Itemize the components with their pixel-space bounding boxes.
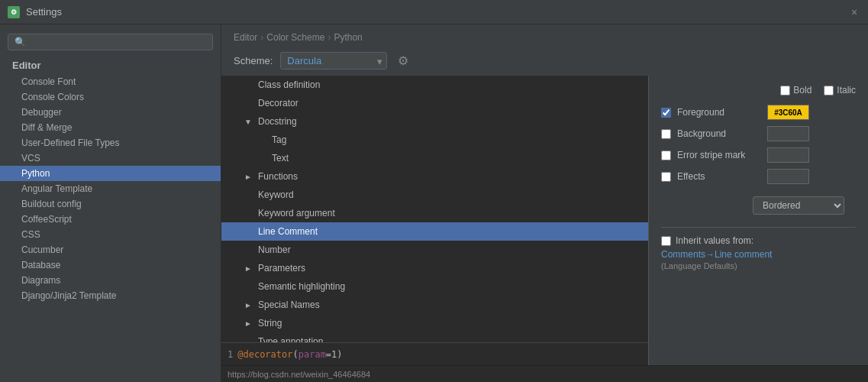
scheme-label: Scheme: xyxy=(234,55,273,66)
color-scheme-panel: Class definition Decorator ▼ Docstring xyxy=(221,76,649,365)
inherit-label: Inherit values from: xyxy=(676,235,753,246)
gear-button[interactable]: ⚙ xyxy=(395,52,411,70)
scheme-item-parameters[interactable]: ► Parameters xyxy=(221,259,648,277)
close-button[interactable]: × xyxy=(848,6,860,18)
main-content: 🔍 Editor Console Font Console Colors Deb… xyxy=(0,24,868,382)
scheme-item-class-def[interactable]: Class definition xyxy=(221,76,648,94)
effects-row: Effects xyxy=(661,169,856,184)
window-title: Settings xyxy=(26,6,848,18)
effects-dropdown-row: Bordered Underline Bold underline Strike… xyxy=(753,190,856,215)
sidebar-item-diff-merge[interactable]: Diff & Merge xyxy=(0,120,221,135)
scheme-item-docstring[interactable]: ▼ Docstring xyxy=(221,112,648,131)
sidebar: 🔍 Editor Console Font Console Colors Deb… xyxy=(0,24,221,382)
sidebar-item-cucumber[interactable]: Cucumber xyxy=(0,242,221,257)
title-bar: ⚙ Settings × xyxy=(0,0,868,24)
inherit-link[interactable]: Comments→Line comment xyxy=(661,249,856,260)
background-checkbox[interactable] xyxy=(661,129,671,139)
sidebar-item-python[interactable]: Python xyxy=(0,166,221,181)
editor-area: Class definition Decorator ▼ Docstring xyxy=(221,76,868,365)
scheme-item-keyword[interactable]: Keyword xyxy=(221,186,648,204)
scheme-item-keyword-arg[interactable]: Keyword argument xyxy=(221,204,648,222)
scheme-item-decorator[interactable]: Decorator xyxy=(221,94,648,112)
inherit-sub: (Language Defaults) xyxy=(661,261,856,270)
sidebar-item-console-colors[interactable]: Console Colors xyxy=(0,89,221,105)
italic-checkbox[interactable] xyxy=(824,86,834,96)
settings-window: ⚙ Settings × 🔍 Editor Console Font Conso… xyxy=(0,0,868,382)
foreground-row: Foreground #3C60A xyxy=(661,105,856,120)
search-input[interactable] xyxy=(29,37,206,47)
bold-checkbox[interactable] xyxy=(780,86,790,96)
italic-label: Italic xyxy=(837,85,856,96)
breadcrumb: Editor › Color Scheme › Python xyxy=(221,24,868,49)
sidebar-item-django[interactable]: Django/Jinja2 Template xyxy=(0,288,221,303)
scheme-item-semantic[interactable]: Semantic highlighting xyxy=(221,277,648,296)
code-equals: =1) xyxy=(326,349,343,360)
foreground-label: Foreground xyxy=(677,107,761,118)
scheme-item-text[interactable]: Text xyxy=(221,149,648,167)
scheme-item-functions[interactable]: ► Functions xyxy=(221,167,648,186)
error-stripe-color-swatch[interactable] xyxy=(767,147,809,163)
code-param: param xyxy=(298,349,326,360)
scheme-item-string[interactable]: ► String xyxy=(221,314,648,332)
inherit-section: Inherit values from: Comments→Line comme… xyxy=(661,227,856,270)
background-color-swatch[interactable] xyxy=(767,126,809,141)
status-url: https://blog.csdn.net/weixin_46464684 xyxy=(227,370,370,379)
breadcrumb-editor: Editor xyxy=(234,32,257,43)
effects-dropdown[interactable]: Bordered Underline Bold underline Strike… xyxy=(753,196,844,215)
sidebar-item-css[interactable]: CSS xyxy=(0,227,221,242)
right-panel: Editor › Color Scheme › Python Scheme: D… xyxy=(221,24,868,382)
sidebar-item-diagrams[interactable]: Diagrams xyxy=(0,273,221,288)
effects-color-swatch[interactable] xyxy=(767,169,809,184)
scheme-item-line-comment[interactable]: Line Comment xyxy=(221,222,648,241)
sidebar-item-user-defined[interactable]: User-Defined File Types xyxy=(0,135,221,151)
sidebar-item-angular[interactable]: Angular Template xyxy=(0,181,221,196)
background-label: Background xyxy=(677,128,761,139)
effects-checkbox[interactable] xyxy=(661,172,671,182)
breadcrumb-python: Python xyxy=(334,32,362,43)
attrs-panel: Bold Italic Foreground #3C60A xyxy=(649,76,868,365)
scheme-item-number[interactable]: Number xyxy=(221,241,648,259)
error-stripe-checkbox[interactable] xyxy=(661,151,671,160)
sidebar-item-database[interactable]: Database xyxy=(0,257,221,273)
scheme-item-tag[interactable]: Tag xyxy=(221,131,648,149)
code-decorator-name: decorator xyxy=(243,349,292,360)
sidebar-item-coffeescript[interactable]: CoffeeScript xyxy=(0,212,221,227)
scheme-row: Scheme: Darcula Default High Contrast ⚙ xyxy=(221,49,868,76)
search-icon: 🔍 xyxy=(15,37,26,47)
bold-checkbox-label[interactable]: Bold xyxy=(780,85,812,96)
bold-italic-row: Bold Italic xyxy=(661,85,856,96)
inherit-label-row: Inherit values from: xyxy=(661,235,856,246)
background-row: Background xyxy=(661,126,856,141)
code-decorator-at: @ xyxy=(237,349,243,360)
foreground-color-swatch[interactable]: #3C60A xyxy=(767,105,809,120)
sidebar-item-debugger[interactable]: Debugger xyxy=(0,105,221,120)
app-icon: ⚙ xyxy=(8,6,20,18)
sidebar-item-buildout[interactable]: Buildout config xyxy=(0,196,221,212)
error-stripe-row: Error stripe mark xyxy=(661,147,856,163)
scheme-select-wrapper[interactable]: Darcula Default High Contrast xyxy=(280,52,387,70)
breadcrumb-sep2: › xyxy=(328,32,331,43)
search-box[interactable]: 🔍 xyxy=(8,34,213,50)
breadcrumb-color-scheme: Color Scheme xyxy=(266,32,324,43)
foreground-color-value: #3C60A xyxy=(774,108,802,117)
italic-checkbox-label[interactable]: Italic xyxy=(824,85,856,96)
sidebar-section-editor: Editor xyxy=(0,57,221,74)
inherit-checkbox[interactable] xyxy=(661,236,671,246)
sidebar-item-vcs[interactable]: VCS xyxy=(0,151,221,166)
line-number: 1 xyxy=(227,349,233,360)
foreground-checkbox[interactable] xyxy=(661,108,671,118)
scheme-list: Class definition Decorator ▼ Docstring xyxy=(221,76,648,342)
code-paren-open: ( xyxy=(293,349,298,360)
breadcrumb-sep1: › xyxy=(260,32,263,43)
bold-label: Bold xyxy=(793,85,812,96)
effects-label: Effects xyxy=(677,171,761,182)
status-bar: https://blog.csdn.net/weixin_46464684 xyxy=(221,365,868,382)
scheme-item-special-names[interactable]: ► Special Names xyxy=(221,296,648,314)
error-stripe-label: Error stripe mark xyxy=(677,150,761,160)
scheme-select[interactable]: Darcula Default High Contrast xyxy=(280,52,387,70)
scheme-item-type-annotation[interactable]: Type annotation xyxy=(221,332,648,342)
sidebar-item-console-font[interactable]: Console Font xyxy=(0,74,221,89)
code-preview: 1 @decorator(param=1) xyxy=(221,342,648,365)
